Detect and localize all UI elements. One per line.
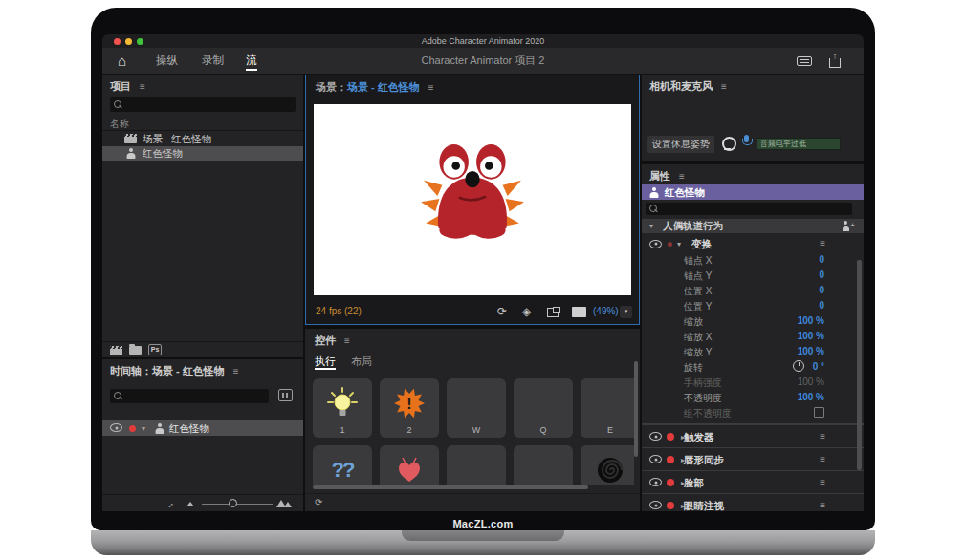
trigger-button-alert[interactable]: ! 2 [380, 378, 439, 438]
scene-footer: 24 fps (22) ⟳ ◈ (49%) ▾ [306, 299, 639, 324]
visibility-eye-icon[interactable] [649, 240, 662, 248]
behavior-row-lip-sync[interactable]: ▸ 唇形同步 ≡ [642, 447, 864, 470]
behavior-menu-icon[interactable]: ≡ [820, 477, 825, 487]
behavior-menu-icon[interactable]: ≡ [820, 431, 825, 442]
audio-level-meter: 音频电平过低 [757, 138, 841, 150]
captions-icon[interactable] [797, 56, 812, 66]
trigger-button-question[interactable]: ?? [313, 445, 372, 485]
snapshot-icon[interactable] [547, 307, 560, 317]
chevron-down-icon[interactable]: ▾ [649, 222, 653, 230]
question-marks-icon: ?? [332, 458, 354, 483]
trigger-button-dome-2[interactable] [514, 445, 573, 485]
laptop-screen-bezel: Adobe Character Animator 2020 ⌂ 操纵 录制 流 … [91, 8, 875, 530]
behavior-row-eye-gaze[interactable]: ▸ 眼睛注视 ≡ [642, 493, 864, 511]
property-scale-y: 缩放 Y 100 % [642, 344, 864, 359]
behavior-menu-icon[interactable]: ≡ [820, 454, 825, 464]
zoom-out-icon[interactable] [186, 502, 194, 506]
crosshair-icon[interactable]: ◈ [522, 305, 531, 318]
behavior-menu-icon[interactable]: ≡ [820, 238, 825, 248]
search-icon [649, 205, 658, 213]
visibility-eye-icon[interactable] [110, 423, 122, 432]
audio-hardware-icon[interactable] [278, 389, 293, 401]
trigger-button-dome-1[interactable] [447, 445, 506, 485]
trigger-button-spiral[interactable] [581, 445, 634, 485]
chevron-down-icon[interactable]: ▾ [677, 240, 681, 248]
panel-menu-icon[interactable]: ≡ [679, 171, 685, 182]
puppet-icon [649, 187, 659, 198]
photoshop-icon[interactable]: Ps [148, 344, 162, 355]
vertical-scrollbar[interactable] [634, 361, 638, 457]
visibility-eye-icon[interactable] [649, 478, 662, 486]
panel-menu-icon[interactable]: ≡ [140, 81, 145, 92]
project-item-puppet[interactable]: 红色怪物 [102, 146, 303, 161]
tab-rig[interactable]: 操纵 [156, 48, 178, 74]
tab-stream[interactable]: 流 [246, 48, 257, 74]
trigger-button-mouth-w[interactable]: W [447, 378, 506, 438]
set-rest-pose-button[interactable]: 设置休息姿势 [647, 136, 714, 153]
chevron-down-icon[interactable]: ▾ [142, 424, 145, 433]
zoom-dropdown-icon[interactable]: ▾ [620, 306, 632, 318]
trigger-button-mouth-e[interactable]: E [581, 378, 634, 438]
record-arm-dot[interactable] [668, 242, 672, 247]
tab-perform[interactable]: 执行 [315, 352, 336, 371]
camera-mic-panel: 相机和麦克风≡ 设置休息姿势 音频电平过低 [642, 75, 864, 161]
behavior-row-face[interactable]: ▸ 脸部 ≡ [642, 470, 864, 493]
trigger-button-lightbulb[interactable]: 1 [313, 378, 372, 438]
share-icon[interactable] [829, 54, 841, 68]
panel-menu-icon[interactable]: ≡ [344, 335, 350, 346]
horizontal-scrollbar[interactable] [313, 485, 588, 489]
webcam-icon[interactable] [722, 137, 735, 149]
new-scene-icon[interactable] [110, 346, 122, 355]
visibility-eye-icon[interactable] [649, 501, 662, 509]
microphone-icon[interactable] [741, 135, 752, 149]
panel-menu-icon[interactable]: ≡ [721, 81, 727, 92]
behavior-row-transform[interactable]: ▾ 变换 ≡ [642, 236, 864, 251]
refresh-icon[interactable]: ⟳ [497, 305, 507, 318]
vertical-scrollbar[interactable] [857, 260, 862, 470]
add-behavior-icon[interactable]: + [843, 221, 854, 231]
zoom-in-icon[interactable] [284, 502, 292, 507]
zoom-slider-track[interactable] [202, 504, 273, 505]
rotation-dial-icon[interactable] [793, 360, 804, 372]
properties-search-input[interactable] [646, 203, 852, 215]
record-arm-dot[interactable] [667, 502, 674, 509]
zoom-slider-knob[interactable] [229, 499, 237, 507]
panel-menu-icon[interactable]: ≡ [233, 366, 239, 377]
scene-canvas[interactable] [314, 104, 631, 295]
selected-puppet-row[interactable]: 红色怪物 [642, 184, 864, 200]
window-title: Adobe Character Animator 2020 [102, 34, 864, 48]
visibility-eye-icon[interactable] [649, 432, 662, 441]
zoom-level[interactable]: (49%) [593, 299, 619, 324]
timeline-track-row[interactable]: ▾ 红色怪物 [102, 420, 303, 436]
group-opacity-checkbox[interactable] [814, 407, 824, 418]
panel-menu-icon[interactable]: ≡ [428, 82, 434, 93]
home-icon[interactable]: ⌂ [118, 48, 126, 74]
puppet-track-behaviors-section[interactable]: ▾ 人偶轨道行为 + [642, 219, 864, 233]
project-search-input[interactable] [110, 97, 296, 112]
camera-panel-title: 相机和麦克风≡ [649, 79, 727, 94]
refresh-icon[interactable]: ⟳ [315, 494, 322, 511]
behavior-row-triggers[interactable]: ▸ 触发器 ≡ [642, 424, 864, 447]
trigger-button-heart[interactable] [380, 445, 439, 485]
trigger-key: 2 [380, 425, 439, 435]
record-arm-dot[interactable] [667, 479, 674, 486]
visibility-eye-icon[interactable] [649, 455, 662, 463]
scene-name-link[interactable]: 场景 - 红色怪物 [347, 81, 420, 93]
project-item-scene[interactable]: 场景 - 红色怪物 [102, 132, 303, 146]
project-panel: 项目≡ 名称 场景 - 红色怪物 红色怪物 [102, 75, 303, 357]
property-rotation: 旋转 0 ° [642, 359, 864, 375]
trigger-button-mouth-q[interactable]: Q [514, 378, 573, 438]
record-arm-dot[interactable] [129, 425, 136, 432]
properties-panel: 属性≡ 红色怪物 ▾ 人偶轨道行为 + [642, 164, 864, 511]
timeline-search-input[interactable] [110, 389, 269, 403]
record-arm-dot[interactable] [667, 456, 674, 463]
record-arm-dot[interactable] [667, 433, 674, 441]
controls-panel: 控件≡ 执行 布局 [305, 329, 640, 511]
matte-color-swatch[interactable] [572, 307, 586, 317]
new-folder-icon[interactable] [129, 346, 142, 355]
workspace: 项目≡ 名称 场景 - 红色怪物 红色怪物 [102, 75, 864, 511]
fit-zoom-icon[interactable]: ↔ [164, 498, 176, 510]
tab-record[interactable]: 录制 [202, 48, 224, 74]
behavior-menu-icon[interactable]: ≡ [820, 500, 825, 510]
tab-layout[interactable]: 布局 [351, 352, 372, 371]
